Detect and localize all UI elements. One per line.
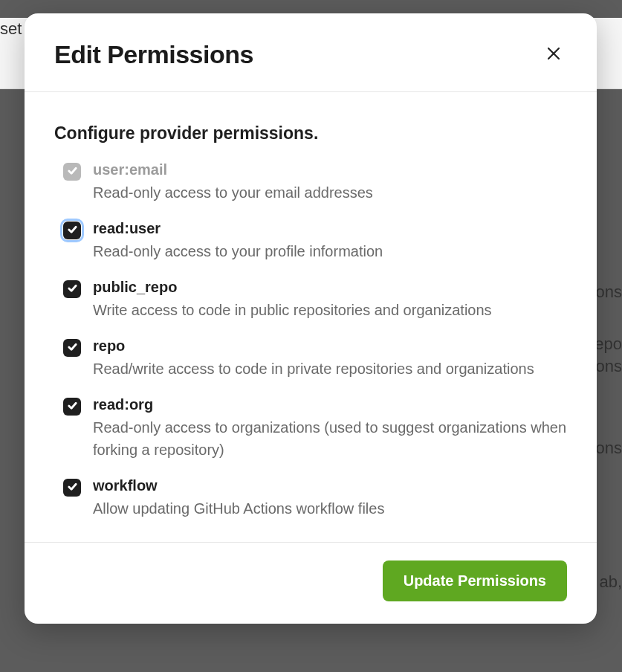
- permission-item-read-user: read:userRead-only access to your profil…: [63, 220, 567, 262]
- check-icon: [67, 224, 78, 238]
- permission-description: Allow updating GitHub Actions workflow f…: [93, 497, 567, 520]
- permission-item-read-org: read:orgRead-only access to organization…: [63, 396, 567, 461]
- checkbox-read-user[interactable]: [63, 222, 81, 239]
- permission-label: read:user: [93, 220, 567, 237]
- check-icon: [67, 481, 78, 495]
- checkbox-user-email: [63, 163, 81, 181]
- permission-description: Read/write access to code in private rep…: [93, 358, 567, 380]
- check-icon: [67, 400, 78, 414]
- permission-text: read:userRead-only access to your profil…: [93, 220, 567, 262]
- close-button[interactable]: [540, 42, 567, 68]
- permission-description: Write access to code in public repositor…: [93, 299, 567, 321]
- check-icon: [67, 341, 78, 355]
- edit-permissions-modal: Edit Permissions Configure provider perm…: [25, 13, 597, 624]
- modal-subtitle: Configure provider permissions.: [54, 123, 567, 143]
- checkbox-workflow[interactable]: [63, 479, 81, 497]
- checkbox-public-repo[interactable]: [63, 280, 81, 298]
- permission-description: Read-only access to your email addresses: [93, 181, 567, 204]
- check-icon: [67, 165, 78, 179]
- checkbox-repo[interactable]: [63, 339, 81, 357]
- permission-list: user:emailRead-only access to your email…: [54, 161, 567, 520]
- permission-label: repo: [93, 337, 567, 355]
- checkbox-read-org[interactable]: [63, 398, 81, 416]
- permission-label: workflow: [93, 477, 567, 494]
- permission-item-public-repo: public_repoWrite access to code in publi…: [63, 279, 567, 321]
- permission-item-user-email: user:emailRead-only access to your email…: [63, 161, 567, 204]
- modal-body: Configure provider permissions. user:ema…: [25, 92, 597, 542]
- permission-text: public_repoWrite access to code in publi…: [93, 279, 567, 321]
- permission-text: repoRead/write access to code in private…: [93, 337, 567, 380]
- modal-footer: Update Permissions: [25, 542, 597, 624]
- permission-text: user:emailRead-only access to your email…: [93, 161, 567, 204]
- permission-item-repo: repoRead/write access to code in private…: [63, 337, 567, 380]
- modal-header: Edit Permissions: [25, 13, 597, 92]
- permission-item-workflow: workflowAllow updating GitHub Actions wo…: [63, 477, 567, 520]
- modal-title: Edit Permissions: [54, 40, 253, 69]
- permission-description: Read-only access to your profile informa…: [93, 240, 567, 262]
- modal-overlay: Edit Permissions Configure provider perm…: [0, 0, 622, 672]
- permission-label: read:org: [93, 396, 567, 413]
- permission-label: public_repo: [93, 279, 567, 296]
- close-icon: [545, 45, 563, 65]
- permission-description: Read-only access to organizations (used …: [93, 416, 567, 461]
- permission-text: workflowAllow updating GitHub Actions wo…: [93, 477, 567, 520]
- update-permissions-button[interactable]: Update Permissions: [383, 560, 567, 601]
- check-icon: [67, 282, 78, 297]
- permission-label: user:email: [93, 161, 567, 178]
- permission-text: read:orgRead-only access to organization…: [93, 396, 567, 461]
